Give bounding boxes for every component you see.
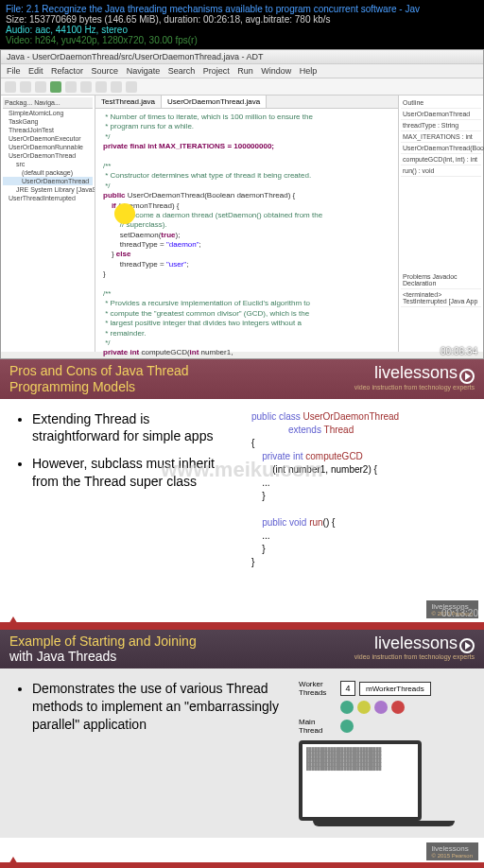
menu-bar[interactable]: File Edit Refactor Source Navigate Searc… [1, 64, 483, 78]
menu-project[interactable]: Project [203, 66, 230, 76]
outline-item[interactable]: UserOrDaemonThread(Bool [401, 143, 481, 154]
triangle-icon [8, 857, 19, 866]
brand-logo: livelessons video instruction from techn… [354, 363, 475, 391]
editor-tabs[interactable]: TestThread.java UserOrDaemonThread.java [95, 95, 398, 109]
tree-item-selected[interactable]: UserOrDaemonThread [3, 177, 93, 185]
tree-item[interactable]: ThreadJoinTest [3, 126, 93, 134]
cursor-highlight [114, 203, 135, 224]
slide-title: Example of Starting and Joining with Jav… [9, 634, 197, 666]
console-text: <terminated> TestInterrupted [Java App [401, 289, 481, 307]
bullet-item: Extending Thread is straightforward for … [32, 410, 233, 446]
bullet-item: Demonstrates the use of various Thread m… [32, 680, 280, 734]
brand-logo: livelessons video instruction from techn… [354, 634, 475, 661]
gap: livelessons© 2015 Pearson 00:13:20 [0, 581, 484, 622]
video-line: Video: h264, yuv420p, 1280x720, 30.00 fp… [6, 35, 478, 45]
file-line: File: 2.1 Recognize the Java threading m… [6, 4, 478, 14]
bottom-tabs[interactable]: Problems Javadoc Declaration [401, 271, 481, 289]
editor-area[interactable]: TestThread.java UserOrDaemonThread.java … [95, 95, 398, 352]
run-icon[interactable] [50, 81, 61, 93]
timestamp: 00:06:34 [441, 346, 477, 356]
menu-run[interactable]: Run [237, 66, 253, 76]
toolbar-icon[interactable] [80, 81, 92, 93]
tree-item[interactable]: UserOrDaemonRunnable [3, 143, 93, 151]
slide-title: Pros and Cons of Java Thread Programming… [9, 363, 189, 395]
window-title: Java - UserOrDaemonThread/src/UserOrDaem… [1, 50, 483, 64]
menu-refactor[interactable]: Refactor [51, 66, 83, 76]
menu-edit[interactable]: Edit [28, 66, 43, 76]
toolbar-icon[interactable] [35, 81, 46, 93]
left-tabs[interactable]: Packag... Naviga... [3, 97, 93, 109]
toolbar-icon[interactable] [111, 81, 122, 93]
size-line: Size: 153770669 bytes (146.65 MiB), dura… [6, 14, 478, 25]
thread-icon [340, 720, 354, 733]
slide-1: Pros and Cons of Java Thread Programming… [0, 359, 484, 581]
tree-item[interactable]: JRE System Library [JavaSE-1 [3, 185, 93, 194]
outline-item[interactable]: UserOrDaemonThread [401, 109, 481, 120]
thread-diagram: Worker Threads 4 mWorkerThreads Main Thr… [299, 680, 469, 826]
laptop-base [313, 821, 455, 826]
array-label: mWorkerThreads [359, 682, 431, 696]
tree-item[interactable]: UserThreadInterrupted [3, 194, 93, 202]
toolbar-icon[interactable] [65, 81, 77, 93]
toolbar[interactable] [1, 78, 483, 95]
ide-window: Java - UserOrDaemonThread/src/UserOrDaem… [0, 49, 484, 359]
triangle-icon [8, 616, 19, 626]
toolbar-icon[interactable] [126, 81, 137, 93]
code-sample: public class UserOrDaemonThread extends … [251, 410, 469, 569]
tree-item[interactable]: UserOrDaemonExecutor [3, 134, 93, 143]
tree-item[interactable]: src [3, 160, 93, 168]
editor-tab[interactable]: TestThread.java [95, 95, 162, 108]
slide-header: Pros and Cons of Java Thread Programming… [0, 359, 484, 399]
bullet-list: Demonstrates the use of various Thread m… [15, 680, 280, 826]
outline-item[interactable]: run() : void [401, 165, 481, 177]
thread-icon [391, 701, 405, 714]
code-editor[interactable]: * Number of times to iterate, which is 1… [95, 109, 398, 401]
outline-item[interactable]: MAX_ITERATIONS : int [401, 131, 481, 143]
play-icon [459, 369, 475, 384]
audio-line: Audio: aac, 44100 Hz, stereo [6, 25, 478, 35]
toolbar-icon[interactable] [20, 81, 31, 93]
slide-2: Example of Starting and Joining with Jav… [0, 630, 484, 839]
package-explorer[interactable]: Packag... Naviga... SimpleAtomicLong Tas… [1, 95, 95, 352]
tree-item[interactable]: (default package) [3, 168, 93, 177]
outline-item[interactable]: computeGCD(int, int) : int [401, 154, 481, 165]
menu-search[interactable]: Search [168, 66, 196, 76]
toolbar-icon[interactable] [5, 81, 16, 93]
outline-title: Outline [401, 97, 481, 109]
thread-icon [357, 701, 371, 714]
watermark: www.meiku.com [161, 458, 323, 482]
slide-body: Demonstrates the use of various Thread m… [0, 668, 484, 838]
menu-window[interactable]: Window [261, 66, 291, 76]
toolbar-icon[interactable] [95, 81, 107, 93]
tree-item[interactable]: TaskGang [3, 117, 93, 126]
menu-source[interactable]: Source [92, 66, 119, 76]
editor-tab-active[interactable]: UserOrDaemonThread.java [162, 95, 267, 108]
red-divider [0, 862, 484, 868]
outline-panel[interactable]: Outline UserOrDaemonThread threadType : … [398, 95, 483, 352]
mini-brand: livelessons© 2015 Pearson [426, 842, 478, 860]
menu-help[interactable]: Help [300, 66, 318, 76]
main-label: Main Thread [299, 718, 337, 735]
tree-item[interactable]: SimpleAtomicLong [3, 109, 93, 117]
menu-file[interactable]: File [7, 66, 21, 76]
menu-navigate[interactable]: Navigate [127, 66, 161, 76]
tree-item[interactable]: UserOrDaemonThread [3, 151, 93, 160]
count-box: 4 [340, 681, 355, 696]
thread-icon [340, 701, 354, 714]
play-icon [459, 638, 475, 653]
terminal-info: File: 2.1 Recognize the Java threading m… [0, 0, 484, 49]
bullet-list: Extending Thread is straightforward for … [15, 410, 233, 569]
thread-icon [374, 701, 388, 714]
outline-item[interactable]: threadType : String [401, 120, 481, 131]
red-divider [0, 622, 484, 630]
worker-label: Worker Threads [299, 680, 337, 697]
slide-header: Example of Starting and Joining with Jav… [0, 630, 484, 669]
slide-body: www.meiku.com Extending Thread is straig… [0, 399, 484, 581]
laptop-icon: ████████████████████████████████████████… [299, 740, 422, 821]
gap: livelessons© 2015 Pearson [0, 838, 484, 862]
timestamp: 00:13:20 [441, 608, 478, 618]
